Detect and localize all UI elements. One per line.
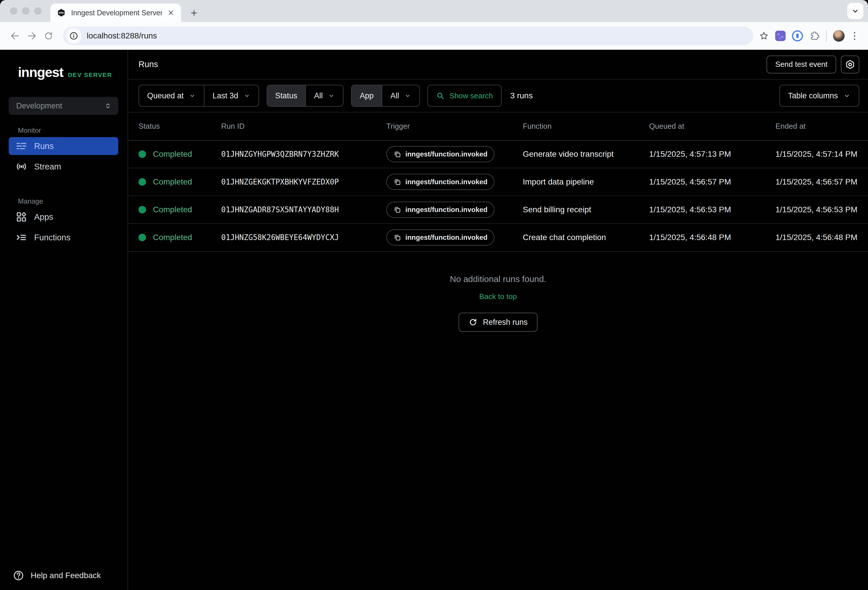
sidebar: inngest DEV SERVER Development Monitor R… (0, 50, 128, 590)
send-test-event-button[interactable]: Send test event (766, 56, 836, 74)
monitor-section-label: Monitor (0, 126, 127, 135)
browser-menu-icon[interactable] (851, 32, 858, 40)
sidebar-item-stream[interactable]: Stream (9, 158, 118, 176)
run-id-cell[interactable]: 01JHNZG58K26WBEYE64WYDYCXJ (221, 233, 386, 242)
status-cell: Completed (139, 233, 221, 242)
column-header-queued-at[interactable]: Queued at (649, 122, 775, 131)
new-tab-button[interactable] (187, 6, 201, 20)
status-cell: Completed (139, 205, 221, 214)
copy-icon[interactable] (393, 234, 402, 241)
settings-gear-button[interactable] (841, 56, 859, 74)
column-header-status[interactable]: Status (139, 122, 221, 131)
column-header-trigger[interactable]: Trigger (386, 122, 523, 131)
sidebar-item-functions[interactable]: Functions (9, 228, 118, 246)
column-header-run-id[interactable]: Run ID (221, 122, 386, 131)
ended-at-cell: 1/15/2025, 4:56:48 PM (775, 233, 868, 242)
password-manager-icon[interactable] (792, 30, 803, 41)
function-cell[interactable]: Import data pipeline (523, 177, 649, 186)
copy-icon[interactable] (393, 178, 402, 186)
status-filter: Status All (267, 85, 344, 107)
environment-select[interactable]: Development (9, 97, 118, 115)
help-and-feedback[interactable]: Help and Feedback (0, 570, 127, 590)
window-minimize-button[interactable] (22, 7, 30, 15)
refresh-runs-button[interactable]: Refresh runs (459, 313, 537, 332)
trigger-badge[interactable]: inngest/function.invoked (386, 229, 495, 245)
time-field-label: Queued at (147, 92, 184, 101)
function-cell[interactable]: Send billing receipt (523, 205, 649, 214)
queued-at-cell: 1/15/2025, 4:56:57 PM (649, 177, 775, 186)
extensions-puzzle-icon[interactable] (809, 31, 820, 41)
function-cell[interactable]: Generate video transcript (523, 149, 649, 159)
address-bar[interactable]: localhost:8288/runs (63, 27, 753, 45)
queued-at-cell: 1/15/2025, 4:56:48 PM (649, 233, 775, 242)
run-id-cell[interactable]: 01JHNZGADR87SX5NTAYYADY88H (221, 206, 386, 214)
run-id-cell[interactable]: 01JHNZGYHGPW3QZBRN7Y3ZHZRK (221, 150, 386, 158)
header-actions: Send test event (766, 56, 859, 74)
reload-icon[interactable] (41, 28, 56, 43)
window-zoom-button[interactable] (34, 7, 41, 15)
trigger-cell: inngest/function.invoked (386, 229, 523, 245)
chevron-down-icon (189, 92, 196, 99)
trigger-badge[interactable]: inngest/function.invoked (386, 146, 495, 162)
table-row[interactable]: Completed 01JHNZGADR87SX5NTAYYADY88H inn… (128, 196, 868, 224)
ended-at-cell: 1/15/2025, 4:56:57 PM (775, 177, 868, 186)
show-search-button[interactable]: Show search (428, 85, 501, 106)
trigger-cell: inngest/function.invoked (386, 146, 523, 162)
sidebar-item-label: Stream (34, 162, 61, 172)
site-info-icon[interactable] (66, 28, 81, 44)
column-header-ended-at[interactable]: Ended at (775, 122, 868, 131)
refresh-runs-label: Refresh runs (483, 318, 528, 327)
back-icon[interactable] (7, 28, 22, 43)
window-controls (0, 0, 50, 22)
copy-icon[interactable] (393, 206, 402, 214)
table-row[interactable]: Completed 01JHNZGEKGKTPXBHKYVFZEDX0P inn… (128, 168, 868, 196)
inngest-logo: inngest (18, 64, 63, 80)
manage-section-label: Manage (0, 197, 127, 206)
ended-at-cell: 1/15/2025, 4:56:53 PM (775, 205, 868, 214)
window-close-button[interactable] (10, 7, 17, 15)
help-label: Help and Feedback (31, 571, 101, 580)
trigger-name: inngest/function.invoked (405, 150, 487, 158)
table-columns-button[interactable]: Table columns (780, 85, 859, 106)
column-header-function[interactable]: Function (523, 122, 649, 131)
status-cell: Completed (139, 177, 221, 186)
inngest-favicon-icon (57, 8, 66, 17)
table-row[interactable]: Completed 01JHNZG58K26WBEYE64WYDYCXJ inn… (128, 224, 868, 251)
toolbar-divider (826, 30, 827, 41)
dev-server-badge: DEV SERVER (68, 71, 112, 78)
trigger-cell: inngest/function.invoked (386, 174, 523, 190)
table-header-row: Status Run ID Trigger Function Queued at… (128, 112, 868, 140)
copy-icon[interactable] (393, 150, 402, 158)
chevron-down-icon (244, 92, 250, 99)
time-range-dropdown[interactable]: Last 3d (204, 85, 258, 106)
status-dot-completed (139, 206, 146, 213)
bookmark-star-icon[interactable] (759, 31, 769, 41)
browser-tab[interactable]: Inngest Development Server (50, 3, 181, 22)
runs-list-icon (16, 140, 27, 152)
table-row[interactable]: Completed 01JHNZGYHGPW3QZBRN7Y3ZHZRK inn… (128, 140, 868, 168)
run-id-cell[interactable]: 01JHNZGEKGKTPXBHKYVFZEDX0P (221, 177, 386, 186)
trigger-badge[interactable]: inngest/function.invoked (386, 201, 495, 218)
tab-search-chevron-button[interactable] (847, 3, 864, 19)
toolbar-right-cluster (759, 30, 861, 41)
status-label-text: Status (275, 92, 298, 101)
time-field-dropdown[interactable]: Queued at (139, 85, 204, 106)
queued-at-cell: 1/15/2025, 4:57:13 PM (649, 149, 775, 159)
sidebar-item-apps[interactable]: Apps (9, 208, 118, 226)
status-text: Completed (153, 177, 192, 186)
tab-close-icon[interactable] (167, 9, 175, 16)
browser-window: Inngest Development Server localhost:828… (0, 0, 868, 590)
status-filter-label: Status (267, 85, 306, 106)
extension-icon[interactable] (775, 31, 785, 41)
status-text: Completed (153, 205, 192, 214)
sidebar-item-runs[interactable]: Runs (9, 137, 118, 155)
show-search-label: Show search (449, 92, 493, 101)
profile-avatar[interactable] (833, 30, 844, 41)
function-cell[interactable]: Create chat completion (523, 233, 649, 242)
forward-icon[interactable] (24, 28, 39, 43)
trigger-badge[interactable]: inngest/function.invoked (386, 174, 495, 190)
app-filter-value: All (390, 92, 399, 101)
status-filter-dropdown[interactable]: All (306, 85, 343, 106)
back-to-top-link[interactable]: Back to top (479, 292, 517, 301)
app-filter-dropdown[interactable]: All (382, 85, 419, 106)
